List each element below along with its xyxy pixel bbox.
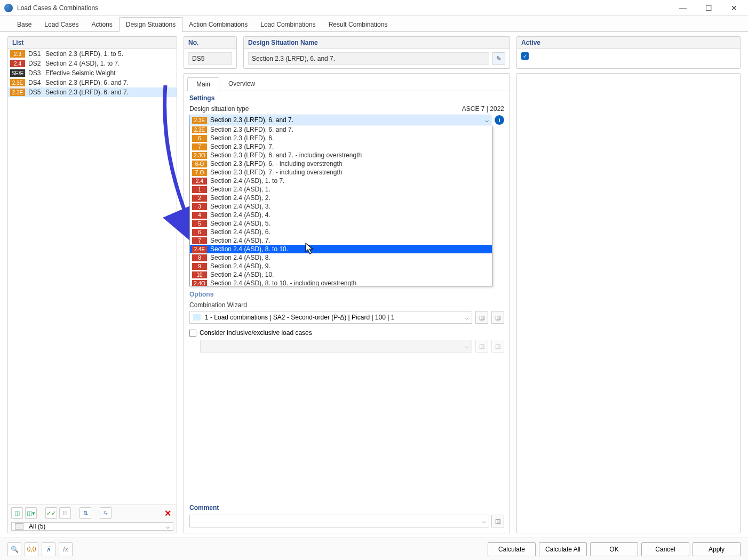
filter-swatch-icon xyxy=(15,523,23,530)
option-text: Section 2.4 (ASD), 8. xyxy=(210,254,270,261)
cancel-button[interactable]: Cancel xyxy=(641,542,689,556)
minimize-button[interactable]: — xyxy=(673,2,693,14)
list-badge: SE/E xyxy=(10,69,25,77)
option-badge: 2.3O xyxy=(192,152,207,159)
tab-action-combinations[interactable]: Action Combinations xyxy=(182,18,254,31)
option-text: Section 2.3 (LRFD), 6. xyxy=(210,134,274,142)
wizard-edit-button[interactable]: ◫ xyxy=(491,311,504,324)
dropdown-option[interactable]: 9Section 2.4 (ASD), 9. xyxy=(190,262,492,270)
info-icon[interactable]: i xyxy=(495,115,504,125)
dropdown-option[interactable]: 6Section 2.3 (LRFD), 6. xyxy=(190,134,492,142)
option-badge: 2.4O xyxy=(192,280,207,287)
design-type-select[interactable]: 2.3E Section 2.3 (LRFD), 6. and 7. ⌵ 2.3… xyxy=(189,115,491,125)
window-title: Load Cases & Combinations xyxy=(17,4,673,12)
chevron-down-icon: ⌵ xyxy=(482,517,486,525)
list-row-ds1[interactable]: 2.3DS1Section 2.3 (LRFD), 1. to 5. xyxy=(8,49,177,59)
inner-tab-overview[interactable]: Overview xyxy=(219,77,264,91)
dropdown-option[interactable]: 4Section 2.4 (ASD), 4. xyxy=(190,211,492,219)
design-situation-list[interactable]: 2.3DS1Section 2.3 (LRFD), 1. to 5.2.4DS2… xyxy=(8,49,177,505)
option-text: Section 2.4 (ASD), 8. to 10. xyxy=(210,245,288,253)
titlebar: Load Cases & Combinations — ☐ ✕ xyxy=(0,0,748,16)
no-panel: No. DS5 xyxy=(184,36,237,69)
toolbar-delete-icon[interactable]: ✕ xyxy=(162,507,173,519)
dropdown-option[interactable]: 7Section 2.3 (LRFD), 7. xyxy=(190,142,492,151)
chevron-down-icon: ⌵ xyxy=(166,523,170,530)
dropdown-option[interactable]: 2.4Section 2.4 (ASD), 1. to 7. xyxy=(190,177,492,185)
tab-actions[interactable]: Actions xyxy=(85,18,118,31)
option-badge: 7 xyxy=(192,237,207,244)
dropdown-option[interactable]: 1Section 2.4 (ASD), 1. xyxy=(190,185,492,194)
apply-button[interactable]: Apply xyxy=(693,542,741,556)
dropdown-option[interactable]: 2Section 2.4 (ASD), 2. xyxy=(190,194,492,202)
option-badge: 6 xyxy=(192,229,207,236)
option-text: Section 2.4 (ASD), 8. to 10. - including… xyxy=(210,279,356,286)
toolbar-new-icon[interactable]: ◫ xyxy=(11,507,23,519)
list-row-ds2[interactable]: 2.4DS2Section 2.4 (ASD), 1. to 7. xyxy=(8,59,177,68)
option-badge: 10 xyxy=(192,271,207,278)
graph-icon[interactable]: ⊼ xyxy=(42,542,55,556)
calculate-all-button[interactable]: Calculate All xyxy=(539,542,587,556)
dropdown-option[interactable]: 10Section 2.4 (ASD), 10. xyxy=(190,270,492,279)
tab-design-situations[interactable]: Design Situations xyxy=(119,17,182,32)
selected-badge: 2.3E xyxy=(192,117,207,124)
list-badge: 2.3E xyxy=(10,89,25,96)
active-panel: Active ✓ xyxy=(516,36,741,69)
dropdown-option[interactable]: 7-OSection 2.3 (LRFD), 7. - including ov… xyxy=(190,168,492,177)
comment-label: Comment xyxy=(189,504,504,511)
toolbar-renumber-icon[interactable]: ²₁ xyxy=(100,507,112,519)
edit-name-button[interactable]: ✎ xyxy=(492,52,505,65)
ok-button[interactable]: OK xyxy=(590,542,638,556)
list-name: Section 2.3 (LRFD), 1. to 5. xyxy=(45,50,123,58)
active-checkbox[interactable]: ✓ xyxy=(521,52,529,60)
dropdown-option[interactable]: 2.4OSection 2.4 (ASD), 8. to 10. - inclu… xyxy=(190,279,492,286)
dropdown-option[interactable]: 6Section 2.4 (ASD), 6. xyxy=(190,228,492,236)
tab-load-cases[interactable]: Load Cases xyxy=(38,18,85,31)
close-button[interactable]: ✕ xyxy=(725,2,744,14)
active-label: Active xyxy=(517,37,740,49)
dropdown-option[interactable]: 7Section 2.4 (ASD), 7. xyxy=(190,236,492,245)
wizard-select[interactable]: 1 - Load combinations | SA2 - Second-ord… xyxy=(189,311,472,324)
fx-icon[interactable]: fx xyxy=(59,542,73,556)
search-icon[interactable]: 🔍 xyxy=(7,542,21,556)
units-icon[interactable]: 0,0 xyxy=(25,542,38,556)
option-badge: 8 xyxy=(192,254,207,261)
dropdown-option[interactable]: 2.3OSection 2.3 (LRFD), 6. and 7. - incl… xyxy=(190,151,492,159)
option-badge: 7-O xyxy=(192,169,207,176)
option-text: Section 2.3 (LRFD), 7. - including overs… xyxy=(210,169,342,176)
inner-tabstrip: MainOverview xyxy=(184,74,510,91)
dropdown-option[interactable]: 3Section 2.4 (ASD), 3. xyxy=(190,202,492,211)
comment-input[interactable]: ⌵ xyxy=(189,515,489,527)
list-id: DS4 xyxy=(28,79,42,86)
toolbar-swap-icon[interactable]: ⁞⁞ xyxy=(59,507,71,519)
maximize-button[interactable]: ☐ xyxy=(699,2,718,14)
option-text: Section 2.4 (ASD), 1. to 7. xyxy=(210,177,284,185)
option-badge: 6-O xyxy=(192,161,207,167)
wizard-label: Combination Wizard xyxy=(189,301,247,309)
design-type-dropdown[interactable]: 2.3ESection 2.3 (LRFD), 6. and 7.6Sectio… xyxy=(189,125,492,286)
wizard-new-button[interactable]: ◫ xyxy=(475,311,488,324)
dropdown-option[interactable]: 8Section 2.4 (ASD), 8. xyxy=(190,253,492,262)
tab-result-combinations[interactable]: Result Combinations xyxy=(322,18,394,31)
list-row-ds5[interactable]: 2.3EDS5Section 2.3 (LRFD), 6. and 7. xyxy=(8,87,177,97)
comment-lib-button[interactable]: ◫ xyxy=(491,515,504,527)
list-filter-select[interactable]: All (5) ⌵ xyxy=(11,522,173,531)
list-row-ds3[interactable]: SE/EDS3Effective Seismic Weight xyxy=(8,68,177,78)
inner-tab-main[interactable]: Main xyxy=(187,77,219,91)
selected-text: Section 2.3 (LRFD), 6. and 7. xyxy=(210,116,293,124)
list-id: DS1 xyxy=(28,50,42,58)
option-badge: 1 xyxy=(192,186,207,193)
list-badge: 2.4 xyxy=(10,60,25,67)
toolbar-sort-icon[interactable]: ⇅ xyxy=(79,507,91,519)
dropdown-option[interactable]: 2.4ESection 2.4 (ASD), 8. to 10. xyxy=(190,245,492,253)
dropdown-option[interactable]: 5Section 2.4 (ASD), 5. xyxy=(190,219,492,228)
toolbar-copy-icon[interactable]: ◫▾ xyxy=(25,507,37,519)
tab-base[interactable]: Base xyxy=(11,18,38,31)
consider-checkbox[interactable] xyxy=(189,330,196,337)
calculate-button[interactable]: Calculate xyxy=(488,542,536,556)
name-panel: Design Situation Name Section 2.3 (LRFD)… xyxy=(243,36,510,69)
list-row-ds4[interactable]: 2.3EDS4Section 2.3 (LRFD), 6. and 7. xyxy=(8,78,177,87)
tab-load-combinations[interactable]: Load Combinations xyxy=(254,18,322,31)
toolbar-check-icon[interactable]: ✓✓ xyxy=(45,507,57,519)
dropdown-option[interactable]: 6-OSection 2.3 (LRFD), 6. - including ov… xyxy=(190,159,492,168)
dropdown-option[interactable]: 2.3ESection 2.3 (LRFD), 6. and 7. xyxy=(190,125,492,134)
